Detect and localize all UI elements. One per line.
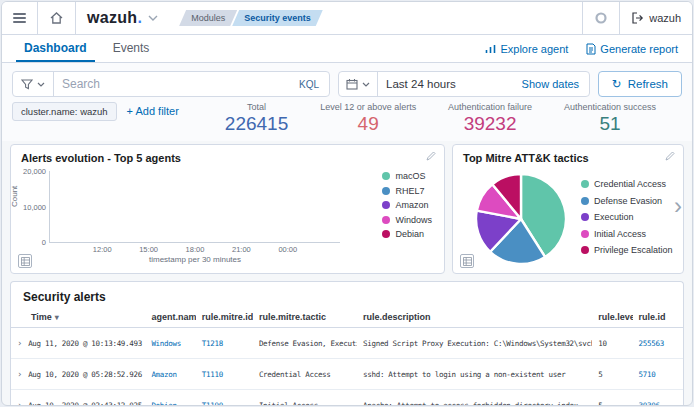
filter-pill-cluster-name[interactable]: cluster.name: wazuh <box>12 102 117 121</box>
query-menu-button[interactable] <box>13 72 54 96</box>
chevron-down-icon <box>362 82 370 87</box>
legend-item-amazon[interactable]: Amazon <box>382 200 432 210</box>
refresh-button[interactable]: ↻ Refresh <box>598 71 682 97</box>
explore-agent-button[interactable]: Explore agent <box>485 43 568 55</box>
tab-events[interactable]: Events <box>105 35 158 62</box>
rule-id-link[interactable]: 30306 <box>639 401 660 407</box>
time-range-value[interactable]: Last 24 hours <box>378 78 512 90</box>
agent-link[interactable]: Windows <box>151 339 181 348</box>
column-header-rule-mitre-tactic[interactable]: rule.mitre.tactic <box>253 309 357 328</box>
legend-dot <box>581 246 589 254</box>
tab-bar: Dashboard Events Explore agent Generate … <box>2 35 692 63</box>
cell-rule-mitre-tactic: Credential Access <box>253 359 357 390</box>
x-tick-label: 18:00 <box>186 245 205 254</box>
legend-item-execution[interactable]: Execution <box>581 212 673 222</box>
legend-label: Credential Access <box>594 179 666 189</box>
y-tick-label: 0 <box>42 238 46 247</box>
bar-chart: timestamp per 30 minutes 20,00010,000012… <box>49 171 340 243</box>
mitre-id-link[interactable]: T1190 <box>202 401 223 407</box>
stat-value: 39232 <box>448 113 532 135</box>
agent-link[interactable]: Amazon <box>151 370 176 379</box>
legend-item-macos[interactable]: macOS <box>382 171 432 181</box>
top-header: wazuh. Modules Security events wazuh <box>2 2 692 35</box>
stat-level-12-or-above-alerts: Level 12 or above alerts49 <box>320 102 416 135</box>
legend-dot <box>581 230 589 238</box>
chevron-down-icon <box>148 15 158 21</box>
legend-label: macOS <box>395 171 425 181</box>
row-expand-icon[interactable]: › <box>17 400 22 406</box>
rule-id-link[interactable]: 255563 <box>639 339 664 348</box>
stat-label: Authentication success <box>564 102 656 112</box>
wazuh-logo[interactable]: wazuh. <box>76 2 169 34</box>
agent-stats-icon <box>485 44 496 54</box>
legend-item-windows[interactable]: Windows <box>382 215 432 225</box>
row-expand-icon[interactable]: › <box>17 338 22 348</box>
edit-panel-icon[interactable] <box>665 151 675 161</box>
legend-dot <box>581 197 589 205</box>
rule-id-link[interactable]: 5710 <box>639 370 656 379</box>
filter-funnel-icon <box>21 79 33 90</box>
legend-item-credential-access[interactable]: Credential Access <box>581 179 673 189</box>
column-header-rule-id[interactable]: rule.id <box>633 309 683 328</box>
column-header-time[interactable]: Time▾ <box>11 309 145 328</box>
home-button[interactable] <box>38 2 76 34</box>
stat-authentication-failure: Authentication failure39232 <box>448 102 532 135</box>
table-row: ›Aug 10, 2020 @ 02:43:12.025DebianT1190I… <box>11 390 683 407</box>
legend-dot <box>382 172 390 180</box>
username-label: wazuh <box>649 12 681 24</box>
health-check-button[interactable] <box>582 2 619 34</box>
mitre-id-link[interactable]: T1110 <box>202 370 223 379</box>
mitre-id-link[interactable]: T1218 <box>202 339 223 348</box>
row-expand-icon[interactable]: › <box>17 369 22 379</box>
breadcrumb-security-events[interactable]: Security events <box>232 10 323 26</box>
inspect-data-button[interactable] <box>18 254 32 268</box>
inspect-data-button[interactable] <box>460 254 474 268</box>
chevron-down-icon <box>37 82 45 87</box>
breadcrumb-modules[interactable]: Modules <box>179 10 237 26</box>
menu-button[interactable] <box>2 2 38 34</box>
cell-rule-level: 5 <box>592 359 632 390</box>
cell-rule-level: 5 <box>592 390 632 407</box>
home-icon <box>49 11 64 25</box>
y-axis-title: Count <box>10 186 19 207</box>
show-dates-button[interactable]: Show dates <box>512 78 589 90</box>
agent-link[interactable]: Debian <box>151 401 176 407</box>
cell-rule-mitre-tactic: Initial Access <box>253 390 357 407</box>
column-header-rule-description[interactable]: rule.description <box>357 309 592 328</box>
date-quick-menu-button[interactable] <box>339 72 378 96</box>
cell-time: ›Aug 10, 2020 @ 02:43:12.025 <box>11 390 145 407</box>
legend-dot <box>382 216 390 224</box>
tab-dashboard[interactable]: Dashboard <box>16 35 95 62</box>
cell-rule-id: 5710 <box>633 359 683 390</box>
edit-panel-icon[interactable] <box>426 151 436 161</box>
x-tick-label: 12:00 <box>93 245 112 254</box>
legend-item-privilege-escalation[interactable]: Privilege Escalation <box>581 245 673 255</box>
search-input[interactable] <box>54 77 289 91</box>
legend-item-initial-access[interactable]: Initial Access <box>581 229 673 239</box>
stat-label: Total <box>225 102 288 112</box>
bar-chart-legend: macOSRHEL7AmazonWindowsDebian <box>382 171 432 239</box>
legend-item-defense-evasion[interactable]: Defense Evasion <box>581 196 673 206</box>
date-picker: Last 24 hours Show dates <box>338 71 590 97</box>
search-box: KQL <box>12 71 330 97</box>
legend-item-rhel7[interactable]: RHEL7 <box>382 186 432 196</box>
column-header-agent-name[interactable]: agent.name <box>145 309 195 328</box>
column-header-rule-mitre-id[interactable]: rule.mitre.id <box>196 309 253 328</box>
legend-item-debian[interactable]: Debian <box>382 229 432 239</box>
generate-report-button[interactable]: Generate report <box>586 43 678 55</box>
column-header-rule-level[interactable]: rule.level <box>592 309 632 328</box>
stats-row: Total226415Level 12 or above alerts49Aut… <box>209 102 672 135</box>
add-filter-button[interactable]: + Add filter <box>127 105 179 117</box>
user-menu-button[interactable]: wazuh <box>619 2 692 34</box>
stat-total: Total226415 <box>225 102 288 135</box>
panel-title: Alerts evolution - Top 5 agents <box>11 145 444 164</box>
mitre-tactics-panel: Top Mitre ATT&K tactics Credential Acces… <box>452 144 684 274</box>
app-window: wazuh. Modules Security events wazuh Das… <box>1 1 693 406</box>
legend-dot <box>382 201 390 209</box>
sort-desc-icon[interactable]: ▾ <box>55 313 59 322</box>
pie-chart[interactable] <box>473 171 569 267</box>
carousel-next-icon[interactable]: › <box>674 194 682 218</box>
kql-toggle[interactable]: KQL <box>289 79 329 90</box>
cell-rule-mitre-tactic: Defense Evasion, Execution <box>253 328 357 359</box>
logo-dot: . <box>137 9 142 26</box>
